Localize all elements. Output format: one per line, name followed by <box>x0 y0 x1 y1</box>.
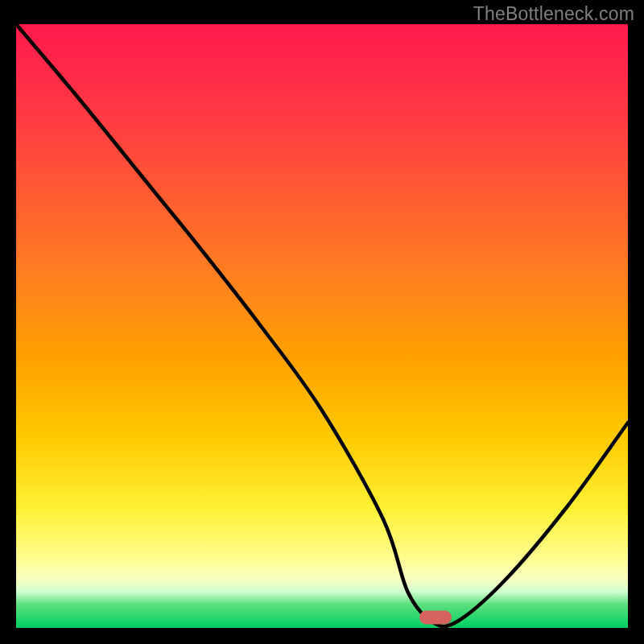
optimal-marker <box>419 611 452 625</box>
plot-area <box>16 24 628 628</box>
bottleneck-curve <box>16 24 628 628</box>
watermark-text: TheBottleneck.com <box>473 3 634 25</box>
chart-frame: TheBottleneck.com <box>0 0 644 644</box>
curve-path <box>16 24 628 626</box>
